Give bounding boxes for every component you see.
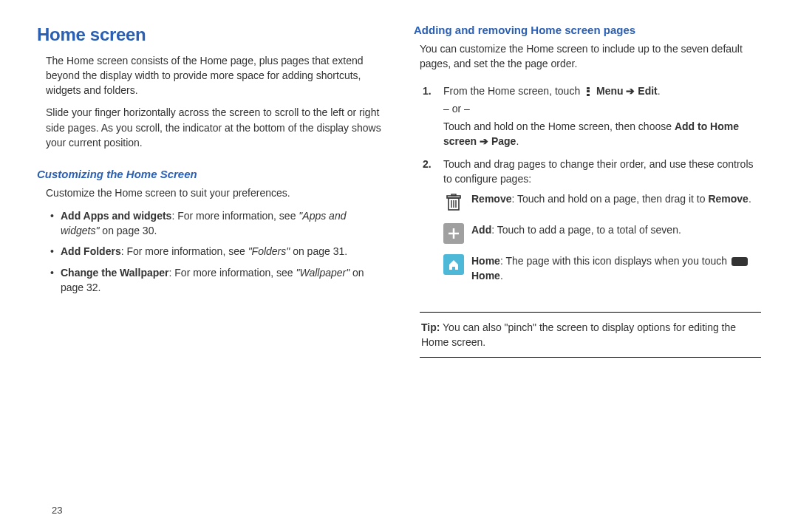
trash-icon <box>443 192 464 213</box>
text: : Touch to add a page, to a total of sev… <box>491 224 681 236</box>
step1-alt-post: . <box>516 135 519 147</box>
bullet-tail: on page 31. <box>290 245 347 257</box>
customize-options: Add Apps and widgets: For more informati… <box>37 208 384 301</box>
bullet-lead: Add Apps and widgets <box>61 210 171 222</box>
menu-icon <box>584 86 592 97</box>
section-customizing: Customizing the Home Screen <box>37 166 384 182</box>
step1-pre: From the Home screen, touch <box>443 85 583 97</box>
control-add-text: Add: Touch to add a page, to a total of … <box>471 223 681 238</box>
lead: Add <box>471 224 491 236</box>
bullet-lead: Add Folders <box>61 245 121 257</box>
mid: : The page with this icon displays when … <box>500 255 730 267</box>
step1-alt-pre: Touch and hold on the Home screen, then … <box>443 120 675 132</box>
control-add: Add: Touch to add a page, to a total of … <box>443 223 761 244</box>
bullet-mid: : For more information, see <box>169 267 296 279</box>
step-2: Touch and drag pages to change their ord… <box>423 157 761 284</box>
right-column: Adding and removing Home screen pages Yo… <box>414 22 761 517</box>
lead: Remove <box>471 193 511 205</box>
step2-text: Touch and drag pages to change their ord… <box>443 158 754 185</box>
tip-box: Tip: You can also "pinch" the screen to … <box>420 312 761 358</box>
control-home-text: Home: The page with this icon displays w… <box>471 254 761 283</box>
bullet-mid: : For more information, see <box>171 210 299 222</box>
step1-or: – or – <box>443 101 761 116</box>
tip-lead: Tip: <box>421 321 440 333</box>
intro-para-1: The Home screen consists of the Home pag… <box>37 53 384 98</box>
post: . <box>500 270 503 282</box>
step1-menu: Menu <box>596 85 624 97</box>
arrow-icon: ➔ <box>477 135 491 147</box>
bullet-lead: Change the Wallpaper <box>61 267 169 279</box>
customize-intro: Customize the Home screen to suit your p… <box>37 185 384 200</box>
post: . <box>748 193 751 205</box>
page-controls-list: Remove: Touch and hold on a page, then d… <box>443 192 761 283</box>
bold-tail: Home <box>471 270 500 282</box>
bold-tail: Remove <box>708 193 748 205</box>
bullet-add-apps: Add Apps and widgets: For more informati… <box>50 208 384 239</box>
page-number: 23 <box>52 504 62 517</box>
bullet-mid: : For more information, see <box>121 245 248 257</box>
lead: Home <box>471 255 500 267</box>
plus-icon <box>443 223 464 244</box>
step1-edit: Edit <box>638 85 657 97</box>
left-column: Home screen The Home screen consists of … <box>37 22 384 517</box>
control-home: Home: The page with this icon displays w… <box>443 254 761 283</box>
step-1: From the Home screen, touch Menu ➔ Edit.… <box>423 83 761 149</box>
mid: : Touch and hold on a page, then drag it… <box>511 193 708 205</box>
bullet-ref: "Folders" <box>248 245 290 257</box>
section-adding-removing: Adding and removing Home screen pages <box>414 22 761 38</box>
control-remove: Remove: Touch and hold on a page, then d… <box>443 192 761 213</box>
step1-post: . <box>658 85 661 97</box>
arrow-icon: ➔ <box>624 85 638 97</box>
bullet-add-folders: Add Folders: For more information, see "… <box>50 244 384 259</box>
svg-rect-5 <box>451 194 456 196</box>
manual-page: Home screen The Home screen consists of … <box>37 22 761 517</box>
adding-intro: You can customize the Home screen to inc… <box>414 41 761 72</box>
tip-text: You can also "pinch" the screen to displ… <box>421 321 736 348</box>
home-icon <box>443 254 464 275</box>
control-remove-text: Remove: Touch and hold on a page, then d… <box>471 192 751 207</box>
bullet-ref: "Wallpaper" <box>296 267 349 279</box>
intro-para-2: Slide your finger horizontally across th… <box>37 105 384 150</box>
steps-list: From the Home screen, touch Menu ➔ Edit.… <box>414 83 761 294</box>
bullet-change-wallpaper: Change the Wallpaper: For more informati… <box>50 265 384 296</box>
page-title: Home screen <box>37 22 384 47</box>
step1-alt-bold2: Page <box>491 135 516 147</box>
bullet-tail: on page 30. <box>99 225 157 236</box>
home-button-icon <box>732 257 748 266</box>
